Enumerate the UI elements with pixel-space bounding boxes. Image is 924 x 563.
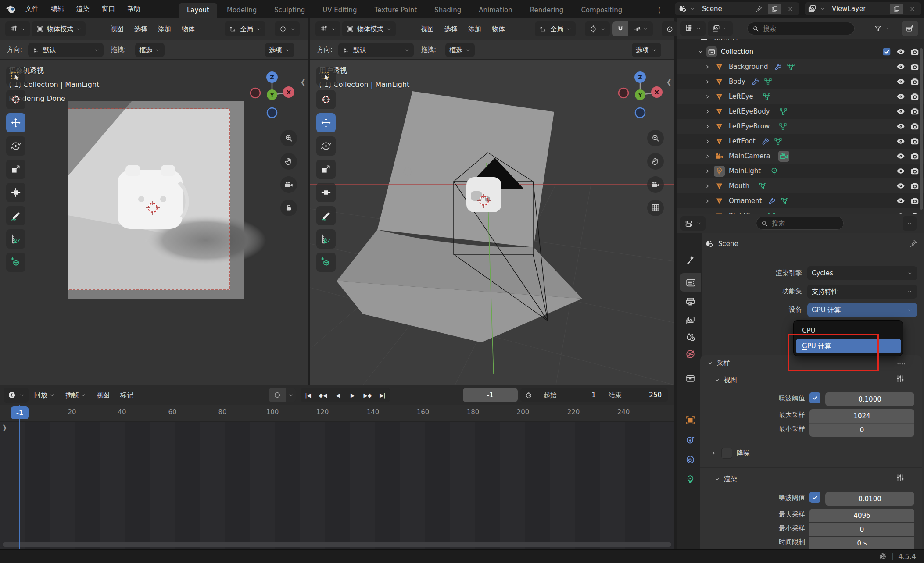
tool-scale[interactable] (316, 160, 336, 179)
tool-move[interactable] (316, 113, 336, 132)
properties-tab-physics[interactable] (679, 450, 701, 469)
properties-tab-object[interactable] (679, 411, 701, 429)
nav-camera-view-button[interactable] (280, 176, 297, 193)
panel-options-dots-icon[interactable] (896, 362, 906, 366)
properties-tab-data-light[interactable] (679, 470, 701, 488)
tool-transform[interactable] (6, 183, 25, 202)
scene-name[interactable]: Scene (698, 5, 749, 13)
topbar-menu-2[interactable]: 渲染 (70, 0, 96, 18)
sliders-icon[interactable] (895, 473, 905, 483)
timeline-menu-0[interactable]: 回放 (29, 388, 60, 403)
snap-toggle[interactable] (612, 21, 628, 36)
properties-search-input[interactable] (772, 219, 839, 227)
viewport-right-canvas[interactable]: 用户透视 (-1) Collection | MainLight ❮ Z X Y (310, 60, 674, 385)
nav-hand-button[interactable] (647, 153, 664, 170)
jump-to-prev-keyframe-button[interactable]: ◆◀ (315, 388, 330, 402)
outliner-row-scene-collection[interactable]: 场景集合 (677, 39, 924, 44)
nav-hand-button[interactable] (280, 153, 297, 170)
device-dropdown[interactable]: GPU 计算 (807, 303, 917, 317)
outliner-row-leftfoot[interactable]: LeftFoot (677, 134, 924, 149)
current-frame-field[interactable]: -1 (463, 388, 518, 402)
options-dropdown[interactable]: 选项 (265, 43, 294, 57)
pin-icon[interactable] (909, 239, 917, 248)
playhead-badge[interactable]: -1 (11, 406, 29, 419)
workspace-tab-sculpting[interactable]: Sculpting (266, 3, 313, 18)
axis-gizmo[interactable]: Z X Y (614, 68, 666, 127)
viewport-editor-type-button[interactable] (315, 21, 340, 36)
pivot-point[interactable] (585, 21, 610, 36)
tool-add-cube[interactable] (316, 253, 336, 272)
outliner-row-righteye[interactable]: RightEye (677, 208, 924, 214)
properties-tab-view-layer[interactable] (679, 311, 701, 330)
auto-key-record-button[interactable] (269, 388, 286, 402)
new-collection-button[interactable] (902, 21, 918, 36)
vp-min-samples-field[interactable]: 0 (809, 423, 914, 437)
jump-to-start-button[interactable]: |◀ (301, 388, 315, 402)
rn-min-samples-field[interactable]: 0 (809, 523, 914, 536)
region-collapse-icon[interactable]: ❮ (300, 78, 306, 86)
properties-editor-type-button[interactable] (680, 216, 706, 231)
properties-tab-output[interactable] (679, 292, 701, 311)
timeline-menu-1[interactable]: 插帧 (60, 388, 91, 403)
transform-orientation[interactable]: 全局 (535, 21, 576, 36)
tool-select-box[interactable] (6, 67, 25, 86)
play-reverse-button[interactable]: ◀ (330, 388, 345, 402)
outliner-row-body[interactable]: Body (677, 74, 924, 89)
viewport-menu-1[interactable]: 选择 (439, 21, 463, 36)
tool-scale[interactable] (6, 160, 25, 179)
properties-tab-collection[interactable] (679, 369, 701, 387)
direction-dropdown[interactable]: 默认 (338, 43, 414, 57)
rn-time-limit-field[interactable]: 0 s (809, 537, 914, 549)
pin-icon[interactable] (752, 4, 765, 14)
auto-key-options-button[interactable] (286, 388, 296, 402)
rn-max-samples-field[interactable]: 4096 (809, 509, 914, 522)
tool-add-cube[interactable] (6, 253, 25, 272)
nav-zoom-button[interactable] (647, 130, 664, 146)
vp-noise-threshold-field[interactable]: 0.1000 (825, 392, 914, 406)
topbar-menu-3[interactable]: 窗口 (96, 0, 121, 18)
denoise-checkbox[interactable] (721, 448, 732, 459)
vp-noise-threshold-checkbox[interactable] (809, 392, 820, 403)
workspace-tab-uv-editing[interactable]: UV Editing (315, 3, 365, 18)
workspace-tab-compositing[interactable]: Compositing (573, 3, 630, 18)
tool-move[interactable] (6, 113, 25, 132)
mode-selector[interactable]: 物体模式 (342, 21, 396, 36)
viewport-left-canvas[interactable]: 摄像机透视 (-1) Collection | MainLight Render… (0, 60, 308, 385)
rn-noise-threshold-checkbox[interactable] (809, 492, 820, 503)
properties-tab-constraints[interactable] (679, 431, 701, 449)
viewport-menu-0[interactable]: 视图 (415, 21, 439, 36)
playhead-line[interactable] (19, 405, 20, 549)
new-viewlayer-icon[interactable] (890, 4, 903, 14)
topbar-menu-4[interactable]: 帮助 (121, 0, 147, 18)
topbar-menu-1[interactable]: 编辑 (45, 0, 70, 18)
outliner-row-lefteyebrow[interactable]: LeftEyeBrow (677, 119, 924, 134)
properties-options-button[interactable] (903, 216, 917, 231)
topbar-menu-0[interactable]: 文件 (19, 0, 45, 18)
outliner-filter-button[interactable] (874, 21, 889, 36)
jump-to-end-button[interactable]: ▶| (375, 388, 390, 402)
workspace-tab-rendering[interactable]: Rendering (522, 3, 572, 18)
sampling-viewport-header[interactable]: 视图 (714, 376, 737, 384)
timeline-menu-3[interactable]: 标记 (115, 388, 139, 403)
transform-orientation[interactable]: 全局 (225, 21, 265, 36)
workspace-tab-shading[interactable]: Shading (426, 3, 469, 18)
drag-dropdown[interactable]: 框选 (135, 43, 165, 57)
tool-measure[interactable] (316, 229, 336, 249)
outliner-search[interactable] (747, 22, 855, 35)
new-scene-icon[interactable] (768, 4, 781, 14)
blender-logo-icon[interactable] (5, 3, 17, 17)
viewport-menu-2[interactable]: 添加 (153, 21, 176, 36)
tool-annotate[interactable] (6, 206, 25, 225)
viewlayer-selector[interactable]: ViewLayer (805, 2, 921, 15)
timeline-editor-type-button[interactable] (4, 388, 29, 403)
drag-dropdown[interactable]: 框选 (445, 43, 475, 57)
properties-search[interactable] (756, 217, 844, 230)
mode-selector[interactable]: 物体模式 (32, 21, 86, 36)
feature-set-dropdown[interactable]: 支持特性 (807, 285, 917, 299)
render-engine-dropdown[interactable]: Cycles (807, 266, 917, 280)
tool-annotate[interactable] (316, 206, 336, 225)
viewport-menu-0[interactable]: 视图 (105, 21, 129, 36)
tool-transform[interactable] (316, 183, 336, 202)
viewport-menu-1[interactable]: 选择 (129, 21, 153, 36)
viewport-menu-3[interactable]: 物体 (487, 21, 510, 36)
